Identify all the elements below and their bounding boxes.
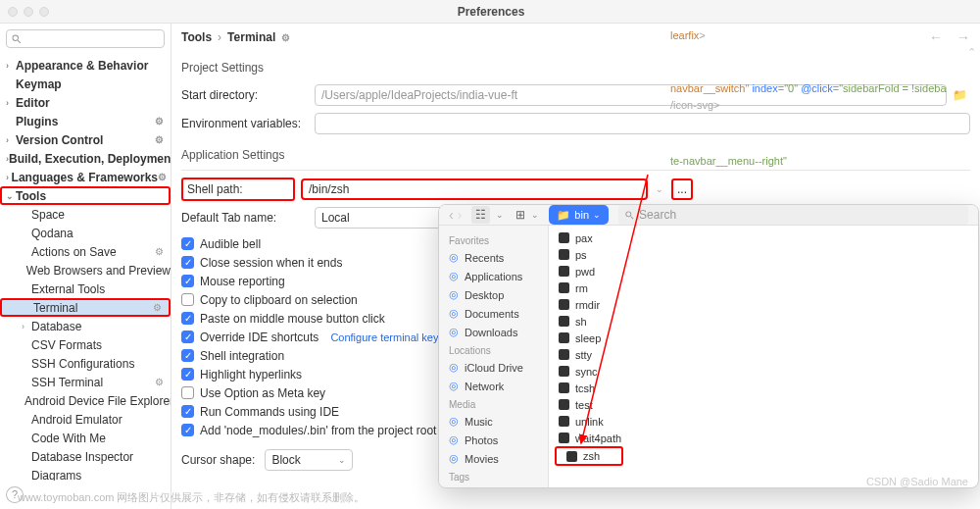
checkbox-6[interactable]	[181, 349, 194, 362]
group-icon[interactable]: ⊞	[515, 208, 525, 222]
file-unlink[interactable]: unlink	[549, 413, 978, 430]
file-label: unlink	[575, 416, 604, 428]
sidebar-item-database-inspector[interactable]: ›Database Inspector	[0, 447, 171, 466]
settings-search[interactable]	[6, 29, 165, 48]
sidebar-movies[interactable]: ◎Movies	[439, 449, 548, 468]
file-sync[interactable]: sync	[549, 363, 978, 380]
sidebar-item-keymap[interactable]: ›Keymap	[0, 75, 171, 93]
sidebar-item-editor[interactable]: ›Editor	[0, 93, 171, 112]
sidebar-item-build-execution-deployment[interactable]: ›Build, Execution, Deployment	[0, 149, 171, 168]
sidebar-label: Music	[465, 416, 493, 428]
checkbox-10[interactable]	[181, 424, 194, 436]
sidebar-downloads[interactable]: ◎Downloads	[439, 323, 548, 341]
finder-search[interactable]: Search	[618, 205, 968, 225]
checkbox-4[interactable]	[181, 312, 194, 325]
checkbox-0[interactable]	[181, 237, 194, 250]
file-label: wait4path	[575, 433, 621, 444]
sidebar-recents[interactable]: ◎Recents	[439, 248, 548, 267]
checkbox-7[interactable]	[181, 368, 194, 381]
sidebar-item-version-control[interactable]: ›Version Control⚙	[0, 130, 171, 149]
sidebar-item-external-tools[interactable]: ›External Tools	[0, 280, 171, 298]
sidebar-item-terminal[interactable]: ›Terminal⚙	[0, 298, 171, 317]
sidebar-item-database[interactable]: ›Database	[0, 317, 171, 335]
sidebar-heading: Locations	[439, 341, 548, 358]
sidebar-network[interactable]: ◎Network	[439, 377, 548, 395]
shell-dropdown-icon[interactable]: ⌄	[656, 184, 663, 194]
chevron-icon: ›	[6, 98, 16, 108]
folder-icon: 📁	[557, 209, 570, 222]
sidebar-photos[interactable]: ◎Photos	[439, 431, 548, 449]
checkbox-5[interactable]	[181, 331, 194, 343]
file-rm[interactable]: rm	[549, 280, 978, 296]
sidebar-label: iCloud Drive	[465, 362, 523, 374]
file-zsh[interactable]: zsh	[555, 446, 623, 466]
sidebar-item-qodana[interactable]: ›Qodana	[0, 224, 171, 242]
checkbox-3[interactable]	[181, 293, 194, 306]
cursor-select[interactable]: Block ⌄	[265, 449, 353, 471]
sidebar-item-space[interactable]: ›Space	[0, 205, 171, 224]
file-icon	[559, 399, 569, 410]
sidebar-item-languages-frameworks[interactable]: ›Languages & Frameworks⚙	[0, 168, 171, 186]
sidebar-applications[interactable]: ◎Applications	[439, 267, 548, 285]
breadcrumb: Tools › Terminal ⚙	[181, 30, 290, 44]
gear-icon: ⚙	[281, 32, 290, 43]
close-dot[interactable]	[8, 7, 18, 17]
sidebar-item-ssh-terminal[interactable]: ›SSH Terminal⚙	[0, 373, 171, 391]
sidebar-item-web-browsers-and-preview[interactable]: ›Web Browsers and Preview	[0, 261, 171, 280]
file-icon	[559, 332, 569, 343]
view-caret-icon[interactable]: ⌄	[496, 210, 504, 220]
columns-view-icon[interactable]: ☷	[471, 206, 490, 224]
sidebar-item-diagrams[interactable]: ›Diagrams	[0, 466, 171, 481]
gear-icon: ⚙	[153, 302, 165, 313]
zoom-dot[interactable]	[39, 7, 49, 17]
file-sh[interactable]: sh	[549, 313, 978, 330]
group-caret-icon[interactable]: ⌄	[531, 210, 539, 220]
file-label: tcsh	[575, 382, 595, 394]
sidebar-label: Documents	[465, 308, 519, 320]
file-pwd[interactable]: pwd	[549, 263, 978, 280]
cursor-label: Cursor shape:	[181, 453, 255, 467]
sidebar-item-android-emulator[interactable]: ›Android Emulator	[0, 410, 171, 429]
tag-0[interactable]: 红色	[439, 484, 548, 488]
min-dot[interactable]	[24, 7, 33, 17]
file-label: pax	[575, 232, 593, 244]
sidebar-icon: ◎	[449, 433, 459, 446]
sidebar-item-csv-formats[interactable]: ›CSV Formats	[0, 335, 171, 354]
file-sleep[interactable]: sleep	[549, 330, 978, 346]
checkbox-9[interactable]	[181, 405, 194, 418]
tree-label: Languages & Frameworks	[12, 171, 158, 184]
chevron-icon: ›	[22, 322, 31, 331]
gear-icon: ⚙	[158, 172, 167, 182]
sidebar-item-tools[interactable]: ⌄Tools	[0, 186, 171, 205]
file-label: sh	[575, 316, 587, 328]
sidebar-item-code-with-me[interactable]: ›Code With Me	[0, 429, 171, 447]
checkbox-1[interactable]	[181, 256, 194, 269]
file-test[interactable]: test	[549, 396, 978, 413]
file-pax[interactable]: pax	[549, 229, 978, 246]
file-ps[interactable]: ps	[549, 246, 978, 263]
file-icon	[559, 416, 569, 427]
file-wait4path[interactable]: wait4path	[549, 430, 978, 446]
file-stty[interactable]: stty	[549, 346, 978, 363]
sidebar-music[interactable]: ◎Music	[439, 412, 548, 431]
sidebar-icloud-drive[interactable]: ◎iCloud Drive	[439, 358, 548, 377]
sidebar-desktop[interactable]: ◎Desktop	[439, 285, 548, 304]
checkbox-8[interactable]	[181, 386, 194, 399]
location-pill[interactable]: 📁 bin ⌄	[549, 205, 609, 225]
sidebar-item-plugins[interactable]: ›Plugins⚙	[0, 112, 171, 130]
sidebar-item-ssh-configurations[interactable]: ›SSH Configurations	[0, 354, 171, 373]
tree-label: Editor	[16, 96, 50, 110]
checkbox-2[interactable]	[181, 275, 194, 287]
finder-back-icon[interactable]: ‹	[449, 207, 454, 223]
sidebar-documents[interactable]: ◎Documents	[439, 304, 548, 323]
checkbox-label: Run Commands using IDE	[200, 405, 339, 419]
shell-path-input[interactable]	[301, 178, 648, 200]
sidebar-icon: ◎	[449, 326, 459, 338]
finder-forward-icon[interactable]: ›	[458, 207, 463, 223]
sidebar-item-appearance-behavior[interactable]: ›Appearance & Behavior	[0, 56, 171, 75]
file-tcsh[interactable]: tcsh	[549, 380, 978, 396]
tree-label: Android Emulator	[31, 413, 122, 427]
sidebar-item-android-device-file-explorer[interactable]: ›Android Device File Explorer	[0, 391, 171, 410]
file-rmdir[interactable]: rmdir	[549, 296, 978, 313]
sidebar-item-actions-on-save[interactable]: ›Actions on Save⚙	[0, 242, 171, 261]
